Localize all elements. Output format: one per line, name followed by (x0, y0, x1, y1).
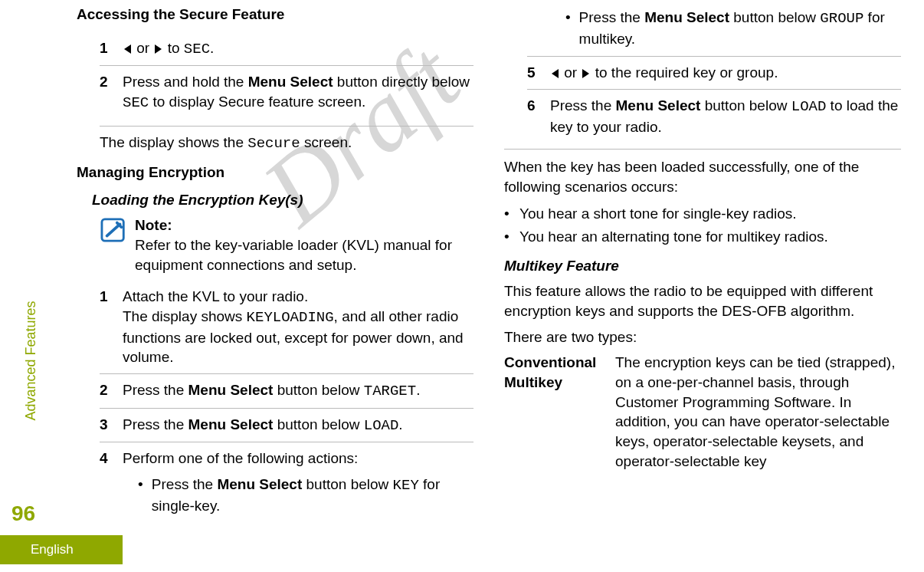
note-title: Note: (135, 215, 473, 235)
code-target: TARGET (364, 383, 416, 399)
text-to: to (163, 40, 183, 56)
step-number: 3 (100, 415, 123, 436)
note-body: Note: Refer to the key-variable loader (… (135, 215, 473, 274)
load-step-1: 1 Attach the KVL to your radio. The disp… (100, 281, 473, 374)
load-step-3: 3 Press the Menu Select button below LOA… (100, 409, 473, 443)
left-column: Accessing the Secure Feature 1 or to SEC… (77, 0, 473, 564)
result-bullets: You hear a short tone for single-key rad… (504, 202, 901, 248)
arrow-right-icon (582, 69, 589, 78)
multikey-p2: There are two types: (504, 327, 901, 347)
step-number (527, 6, 550, 50)
arrow-left-icon (552, 69, 559, 78)
step-number: 1 (100, 38, 123, 60)
access-result: The display shows the Secure screen. (100, 126, 473, 154)
menu-select-label: Menu Select (248, 74, 333, 90)
result-bullet-2: You hear an alternating tone for multike… (504, 225, 901, 248)
def-term: Conventional Multikey (504, 353, 615, 471)
step-body: Perform one of the following actions: Pr… (123, 449, 473, 517)
code-keyloading: KEYLOADING (247, 309, 334, 326)
note-icon (100, 217, 129, 243)
step-body: Press the Menu Select button below TARGE… (123, 380, 473, 402)
code-load: LOAD (791, 98, 827, 115)
step-body: Press the Menu Select button below LOAD … (550, 96, 901, 136)
right-column: Press the Menu Select button below GROUP… (504, 0, 901, 564)
text-tail: . (210, 40, 214, 56)
page: Advanced Features 96 English Draft Acces… (0, 0, 924, 572)
menu-select-label: Menu Select (217, 476, 302, 492)
step-4-bullets-cont: Press the Menu Select button below GROUP… (527, 0, 901, 57)
step-number: 6 (527, 96, 550, 136)
load-step-6: 6 Press the Menu Select button below LOA… (527, 90, 901, 143)
step-4-bullets: Press the Menu Select button below KEY f… (123, 473, 473, 517)
result-bullet-1: You hear a short tone for single-key rad… (504, 202, 901, 225)
step-body: or to SEC. (123, 38, 473, 60)
page-number: 96 (11, 501, 35, 526)
step-body: Press and hold the Menu Select button di… (123, 72, 473, 113)
def-desc: The encryption keys can be tied (strappe… (615, 353, 901, 471)
code-sec: SEC (123, 94, 149, 111)
section-label: Advanced Features (23, 301, 39, 420)
code-secure: Secure (247, 135, 300, 152)
menu-select-label: Menu Select (616, 97, 701, 113)
step-body: or to the required key or group. (550, 63, 901, 83)
sidebar: Advanced Features 96 English (0, 0, 61, 572)
access-step-2: 2 Press and hold the Menu Select button … (100, 66, 473, 119)
content-columns: Draft Accessing the Secure Feature 1 or … (61, 0, 924, 572)
heading-managing-encryption: Managing Encryption (77, 163, 473, 182)
bullet-group: Press the Menu Select button below GROUP… (550, 6, 901, 50)
heading-accessing-secure: Accessing the Secure Feature (77, 5, 473, 25)
step-body: Attach the KVL to your radio. The displa… (123, 287, 473, 367)
note-text: Refer to the key-variable loader (KVL) m… (135, 235, 473, 274)
load-step-2: 2 Press the Menu Select button below TAR… (100, 374, 473, 409)
code-sec: SEC (184, 41, 210, 58)
definition-conventional-multikey: Conventional Multikey The encryption key… (504, 353, 901, 471)
heading-multikey: Multikey Feature (504, 256, 901, 276)
access-step-1: 1 or to SEC. (100, 32, 473, 67)
load-step-4: 4 Perform one of the following actions: … (100, 442, 473, 523)
code-key: KEY (393, 477, 419, 494)
menu-select-label: Menu Select (644, 9, 729, 25)
code-load: LOAD (364, 417, 399, 434)
menu-select-label: Menu Select (188, 416, 274, 432)
load-step-5: 5 or to the required key or group. (527, 57, 901, 90)
arrow-left-icon (124, 44, 131, 54)
bullet-key: Press the Menu Select button below KEY f… (123, 473, 473, 517)
step-number: 5 (527, 63, 550, 83)
code-group: GROUP (820, 10, 863, 27)
heading-loading-keys: Loading the Encryption Key(s) (92, 190, 473, 210)
note-block: Note: Refer to the key-variable loader (… (100, 215, 473, 274)
multikey-p1: This feature allows the radio to be equi… (504, 281, 901, 321)
cont-bullets: Press the Menu Select button below GROUP… (550, 6, 901, 50)
arrow-right-icon (155, 44, 162, 54)
step-number: 1 (100, 287, 123, 367)
step-number: 4 (100, 449, 123, 517)
menu-select-label: Menu Select (188, 382, 274, 398)
result-intro: When the key has been loaded successfull… (504, 149, 901, 196)
step-number: 2 (100, 72, 123, 113)
step-number: 2 (100, 380, 123, 402)
text-or: or (133, 40, 153, 56)
step-body: Press the Menu Select button below LOAD. (123, 415, 473, 436)
